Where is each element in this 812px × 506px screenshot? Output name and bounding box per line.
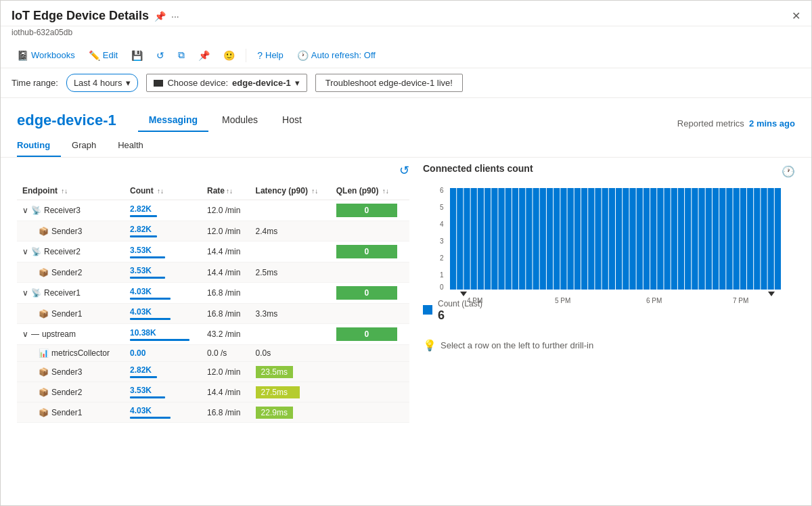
count-cell: 2.82K — [125, 200, 202, 221]
emoji-button[interactable]: 🙂 — [218, 47, 240, 64]
pin-toolbar-icon: 📌 — [198, 50, 210, 61]
table-row[interactable]: ∨ 📡 Receiver3 2.82K 12.0 /min — [17, 200, 409, 221]
sub-tab-graph[interactable]: Graph — [61, 135, 107, 157]
svg-text:2: 2 — [440, 254, 444, 262]
expand-icon[interactable]: ∨ — [22, 247, 28, 256]
chevron-down-icon: ▾ — [295, 78, 300, 88]
chevron-down-icon: ▾ — [126, 78, 131, 88]
workbooks-icon: 📓 — [17, 50, 28, 61]
tab-messaging[interactable]: Messaging — [138, 109, 208, 132]
sort-endpoint-icon[interactable]: ↑↓ — [61, 187, 68, 195]
sender-icon: 📦 — [39, 388, 49, 397]
tab-host[interactable]: Host — [271, 109, 313, 132]
count-cell: 3.53K — [125, 382, 202, 402]
reported-metrics-time: 2 mins ago — [749, 118, 795, 129]
count-value: 4.03K — [130, 287, 152, 296]
svg-rect-36 — [650, 188, 656, 290]
time-range-dropdown[interactable]: Last 4 hours ▾ — [66, 74, 139, 92]
copy-icon: ⧉ — [178, 49, 185, 61]
svg-text:3: 3 — [440, 237, 444, 245]
svg-rect-39 — [671, 188, 677, 290]
count-bar — [130, 256, 165, 258]
endpoint-cell: 📦 Sender1 — [17, 402, 125, 423]
save-button[interactable]: 💾 — [126, 47, 148, 64]
qlen-cell: 0 — [331, 283, 409, 304]
expand-icon[interactable]: ∨ — [22, 206, 28, 215]
pin-icon[interactable]: 📌 — [154, 11, 166, 22]
tab-modules[interactable]: Modules — [211, 109, 269, 132]
sort-latency-icon[interactable]: ↑↓ — [311, 187, 318, 195]
sub-tab-routing[interactable]: Routing — [17, 135, 61, 157]
rate-cell: 43.2 /min — [202, 324, 250, 345]
svg-text:1: 1 — [440, 271, 444, 279]
col-latency: Latency (p90) ↑↓ — [250, 182, 331, 200]
save-icon: 💾 — [131, 50, 143, 61]
table-row[interactable]: ∨ — upstream 10.38K 43.2 /min — [17, 324, 409, 345]
count-value: 2.82K — [130, 365, 152, 375]
table-row[interactable]: ∨ 📡 Receiver2 3.53K 14.4 /min — [17, 242, 409, 262]
table-row[interactable]: 📦 Sender3 2.82K 12.0 /min 23.5ms — [17, 362, 409, 382]
table-refresh-icon[interactable]: ↺ — [399, 164, 409, 177]
toolbar-separator — [246, 49, 246, 62]
edit-button[interactable]: ✏️ Edit — [83, 47, 123, 64]
table-row[interactable]: 📦 Sender2 3.53K 14.4 /min 27.5ms — [17, 382, 409, 402]
sub-tab-health[interactable]: Health — [107, 135, 154, 157]
svg-rect-35 — [644, 188, 650, 290]
more-icon[interactable]: ··· — [171, 11, 179, 22]
help-button[interactable]: ? Help — [252, 47, 289, 64]
chart-history-icon[interactable]: 🕐 — [782, 165, 795, 178]
count-cell: 3.53K — [125, 262, 202, 283]
svg-rect-50 — [747, 188, 753, 290]
count-bar — [130, 235, 157, 237]
endpoint-label: Sender3 — [51, 227, 82, 236]
device-selector-dropdown[interactable]: Choose device: edge-device-1 ▾ — [146, 74, 307, 92]
svg-text:0: 0 — [440, 283, 444, 291]
svg-rect-27 — [588, 188, 594, 290]
expand-icon[interactable]: ∨ — [22, 329, 28, 339]
refresh-button[interactable]: ↺ — [151, 47, 170, 64]
copy-button[interactable]: ⧉ — [173, 47, 190, 64]
table-row[interactable]: 📦 Sender1 4.03K 16.8 /min 22.9ms — [17, 402, 409, 423]
auto-refresh-button[interactable]: 🕐 Auto refresh: Off — [292, 47, 381, 64]
latency-bar: 22.9ms — [256, 407, 293, 419]
count-value: 3.53K — [130, 266, 152, 275]
rate-cell: 12.0 /min — [202, 362, 250, 382]
end-marker — [768, 292, 775, 296]
sort-qlen-icon[interactable]: ↑↓ — [382, 187, 389, 195]
close-button[interactable]: ✕ — [792, 9, 800, 22]
count-bar — [130, 298, 171, 300]
sort-count-icon[interactable]: ↑↓ — [157, 187, 164, 195]
svg-rect-44 — [706, 188, 712, 290]
col-endpoint: Endpoint ↑↓ — [17, 182, 125, 200]
device-label: Choose device: — [167, 78, 228, 88]
table-row[interactable]: ∨ 📡 Receiver1 4.03K 16.8 /min — [17, 283, 409, 304]
troubleshoot-button[interactable]: Troubleshoot edge-device-1 live! — [315, 74, 463, 92]
drill-hint: 💡 Select a row on the left to further dr… — [423, 339, 795, 352]
pin-button[interactable]: 📌 — [193, 47, 215, 64]
table-row[interactable]: 📦 Sender3 2.82K 12.0 /min 2.4ms — [17, 221, 409, 242]
endpoint-label: Sender2 — [51, 388, 82, 397]
endpoint-cell: 📦 Sender3 — [17, 362, 125, 382]
emoji-icon: 🙂 — [223, 50, 235, 61]
expand-icon[interactable]: ∨ — [22, 288, 28, 298]
table-row[interactable]: 📦 Sender1 4.03K 16.8 /min 3.3ms — [17, 304, 409, 324]
svg-rect-7 — [450, 188, 456, 290]
endpoint-label: upstream — [42, 329, 76, 339]
endpoint-label: Receiver1 — [44, 288, 81, 298]
endpoint-cell: 📦 Sender2 — [17, 262, 125, 283]
svg-rect-28 — [595, 188, 601, 290]
endpoint-label: metricsCollector — [51, 348, 110, 358]
count-bar — [130, 277, 165, 279]
table-row[interactable]: 📦 Sender2 3.53K 14.4 /min 2.5ms — [17, 262, 409, 283]
latency-cell: 2.4ms — [250, 221, 331, 242]
routing-table: Endpoint ↑↓ Count ↑↓ Rate↑↓ Latency (p90… — [17, 182, 409, 423]
svg-rect-47 — [726, 188, 732, 290]
start-marker — [460, 292, 467, 296]
table-row[interactable]: 📊 metricsCollector 0.00 0.0 /s 0.0s — [17, 345, 409, 362]
svg-rect-29 — [602, 188, 608, 290]
time-range-value: Last 4 hours — [74, 78, 122, 88]
qlen-cell — [331, 382, 409, 402]
svg-rect-46 — [719, 188, 725, 290]
sort-rate-icon[interactable]: ↑↓ — [226, 187, 233, 195]
workbooks-button[interactable]: 📓 Workbooks — [12, 47, 81, 64]
